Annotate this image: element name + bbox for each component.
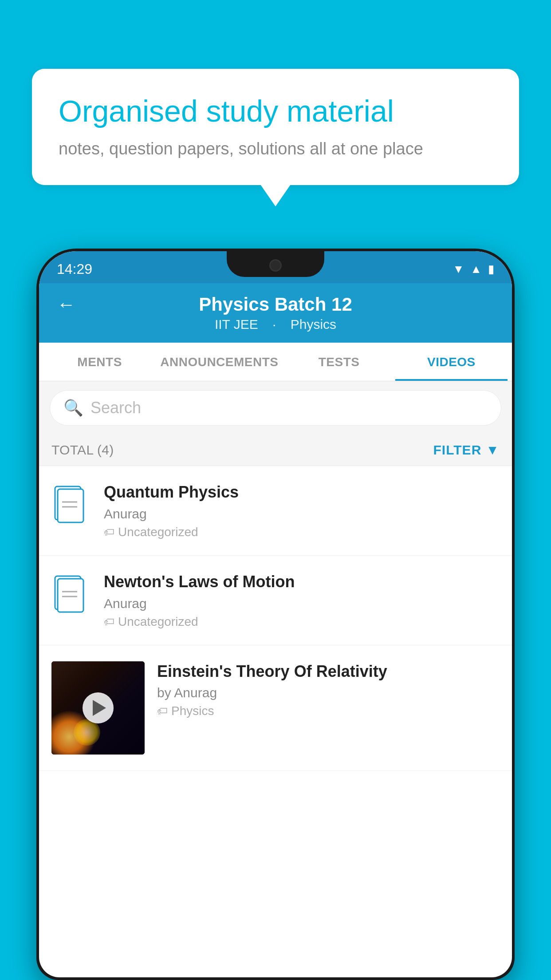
speech-bubble-title: Organised study material [59, 93, 492, 130]
search-icon: 🔍 [63, 399, 83, 417]
play-button[interactable] [83, 692, 114, 723]
header-subtitle-physics: Physics [291, 317, 336, 332]
video-list: Quantum Physics Anurag 🏷 Uncategorized [39, 466, 512, 771]
video-info: Newton's Laws of Motion Anurag 🏷 Uncateg… [104, 572, 500, 629]
tag-label: Physics [171, 704, 214, 718]
list-item[interactable]: Quantum Physics Anurag 🏷 Uncategorized [39, 466, 512, 556]
back-button[interactable]: ← [57, 294, 75, 315]
phone-notch [227, 251, 324, 277]
video-thumbnail [51, 661, 145, 755]
filter-button[interactable]: FILTER ▼ [433, 443, 500, 458]
total-count-label: TOTAL (4) [51, 443, 114, 458]
tab-ments[interactable]: MENTS [43, 343, 156, 381]
video-title: Einstein's Theory Of Relativity [157, 661, 500, 682]
video-tag: 🏷 Uncategorized [104, 525, 500, 539]
status-icons: ▼ ▲ ▮ [453, 262, 494, 276]
tag-label: Uncategorized [118, 525, 198, 539]
speech-bubble: Organised study material notes, question… [32, 69, 519, 185]
video-title: Quantum Physics [104, 482, 500, 503]
video-author: Anurag [104, 506, 500, 522]
phone-inner: 14:29 ▼ ▲ ▮ ← Physics Batch 12 IIT JEE ·… [39, 251, 512, 977]
tag-label: Uncategorized [118, 615, 198, 629]
tag-icon: 🏷 [104, 616, 114, 628]
video-author: by Anurag [157, 685, 500, 700]
list-item[interactable]: Newton's Laws of Motion Anurag 🏷 Uncateg… [39, 556, 512, 645]
play-icon [93, 700, 106, 716]
svg-rect-1 [58, 489, 83, 522]
header-title: Physics Batch 12 [75, 294, 476, 315]
status-time: 14:29 [57, 261, 92, 277]
phone-camera [269, 259, 282, 272]
filter-bar: TOTAL (4) FILTER ▼ [39, 435, 512, 466]
video-author: Anurag [104, 596, 500, 611]
speech-bubble-subtitle: notes, question papers, solutions all at… [59, 139, 492, 158]
file-icon [51, 572, 91, 616]
video-info: Quantum Physics Anurag 🏷 Uncategorized [104, 482, 500, 539]
tab-videos[interactable]: VIDEOS [395, 343, 508, 381]
wifi-icon: ▼ [453, 262, 464, 276]
tab-tests[interactable]: TESTS [283, 343, 395, 381]
search-bar-wrap: 🔍 Search [39, 381, 512, 435]
video-title: Newton's Laws of Motion [104, 572, 500, 593]
video-info: Einstein's Theory Of Relativity by Anura… [157, 661, 500, 719]
list-item[interactable]: Einstein's Theory Of Relativity by Anura… [39, 645, 512, 771]
video-tag: 🏷 Physics [157, 704, 500, 718]
header-subtitle-iitjee: IIT JEE [215, 317, 258, 332]
tag-icon: 🏷 [104, 526, 114, 538]
file-icon [51, 482, 91, 526]
filter-icon: ▼ [486, 443, 500, 458]
signal-icon: ▲ [470, 262, 482, 276]
phone-frame: 14:29 ▼ ▲ ▮ ← Physics Batch 12 IIT JEE ·… [36, 249, 515, 980]
header-subtitle-sep: · [272, 317, 280, 332]
search-input[interactable]: Search [91, 399, 141, 417]
search-bar[interactable]: 🔍 Search [50, 390, 501, 426]
header-subtitle: IIT JEE · Physics [57, 317, 494, 332]
svg-rect-5 [58, 579, 83, 612]
tabs-bar: MENTS ANNOUNCEMENTS TESTS VIDEOS [39, 343, 512, 381]
video-tag: 🏷 Uncategorized [104, 615, 500, 629]
tab-announcements[interactable]: ANNOUNCEMENTS [156, 343, 283, 381]
battery-icon: ▮ [488, 262, 494, 276]
app-header: ← Physics Batch 12 IIT JEE · Physics [39, 283, 512, 343]
tag-icon: 🏷 [157, 705, 168, 717]
filter-label: FILTER [433, 443, 482, 458]
